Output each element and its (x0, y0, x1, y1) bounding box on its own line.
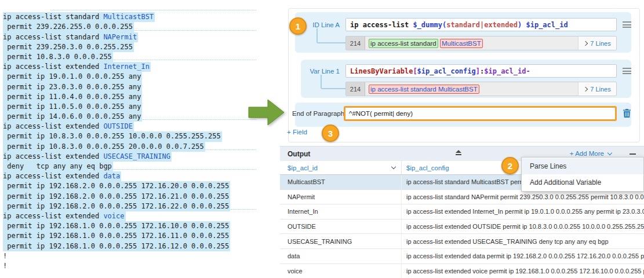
config-line-text: permit ip 14.0.6.0 0.0.0.255 any (3, 112, 142, 122)
config-line-text: permit ip 10.8.3.0 0.0.0.255 20.0.0.0 0.… (3, 142, 205, 152)
config-token: permit ip 192.168.1.0 0.0.0.255 172.16.1… (3, 232, 229, 240)
config-line: permit ip 192.168.1.0 0.0.0.255 172.16.1… (3, 231, 256, 241)
var-line-match-text: ip access-list standard MulticastBST (365, 82, 578, 96)
config-token: permit ip 11.0.4.0 0.0.0.255 any (3, 93, 141, 101)
minimize-icon[interactable] (630, 153, 636, 155)
id-line-expand-lines-link[interactable]: 7 Lines (578, 36, 616, 50)
config-token: deny tcp any any eq bgp (3, 162, 112, 170)
config-line-text: permit 10.8.3.0 0.0.0.255 (3, 52, 113, 62)
id-line-menu-icon[interactable] (623, 21, 631, 28)
chevron-right-icon (583, 86, 588, 91)
column-header-acl-id: $ip_acl_id (288, 164, 318, 171)
config-line-text: permit ip 11.0.5.0 0.0.0.255 any (3, 102, 142, 112)
config-token: ip access-list extended (3, 172, 103, 180)
config-token: permit 239.226.255.0 0.0.0.255 (3, 23, 133, 31)
output-row[interactable]: Internet_Inip access-list extended Inter… (280, 204, 644, 220)
config-token: ip access-list extended (3, 122, 103, 130)
add-more-link[interactable]: + Add More (570, 150, 612, 157)
match-line-number: 214 (346, 82, 365, 96)
config-line-text: permit ip 10.8.3.0 0.0.0.255 10.0.0.0 0.… (3, 131, 222, 141)
config-token: permit ip 192.168.1.0 0.0.0.255 172.16.1… (3, 222, 229, 230)
config-line: permit 239.226.255.0 0.0.0.255 (3, 22, 256, 32)
acl-name: Internet_In (103, 63, 149, 71)
config-token: permit ip 14.0.6.0 0.0.0.255 any (3, 112, 141, 120)
chevron-down-icon (607, 150, 612, 155)
pattern-token (522, 21, 526, 29)
add-field-link[interactable]: + Field (287, 129, 307, 136)
var-line-pattern-input[interactable]: LinesByVariable[$ip_acl_config]:$ip_acl_… (345, 64, 617, 78)
paragraph-separator (114, 52, 256, 60)
output-row[interactable]: OUTSIDEip access-list extended OUTSIDE p… (280, 220, 644, 235)
step-badge-1: 1 (289, 17, 307, 35)
config-line: permit ip 19.0.1.0 0.0.0.255 any (3, 72, 256, 82)
config-line: ip access-list extended data (3, 171, 256, 181)
end-of-paragraph-highlight-box (344, 106, 617, 121)
delete-field-icon[interactable] (623, 109, 631, 118)
acl-name: voice (103, 212, 124, 220)
acl-name: OUTSIDE (103, 122, 133, 130)
config-line-text: ! (3, 261, 8, 271)
pattern-token: : (480, 67, 484, 75)
pattern-token: $_dummy( (413, 21, 446, 29)
add-more-label: + Add More (570, 150, 604, 157)
config-line: permit ip 192.168.1.0 0.0.0.255 172.16.1… (3, 221, 256, 231)
paragraph-separator (143, 112, 256, 120)
column-header-acl-config: $ip_acl_config (406, 164, 449, 171)
config-token: permit ip 10.8.3.0 0.0.0.255 20.0.0.0 0.… (3, 142, 204, 151)
paragraph-separator (134, 22, 256, 30)
config-line-text: permit ip 192.168.1.0 0.0.0.255 172.16.1… (3, 242, 230, 251)
config-line: ! (3, 261, 256, 271)
config-line: permit ip 11.0.5.0 0.0.0.255 any (3, 102, 256, 112)
acl-name: MulticastBST (103, 13, 154, 21)
config-token: permit ip 23.0.3.0 0.0.0.255 any (3, 83, 141, 91)
config-token: permit ip 192.168.2.0 0.0.0.255 172.16.2… (3, 182, 229, 190)
config-line: permit ip 192.168.1.0 0.0.0.255 172.16.1… (3, 242, 256, 251)
menu-item-parse-lines[interactable]: Parse Lines (522, 158, 643, 174)
var-line-menu-icon[interactable] (623, 68, 631, 74)
lines-count-label: 7 Lines (590, 40, 610, 47)
config-line-text: deny tcp any any eq bgp (3, 162, 113, 171)
output-cell-acl-id: USECASE_TRAINING (280, 234, 402, 248)
acl-name: USECASE_TRAINING (103, 152, 170, 160)
menu-item-add-additional-variable[interactable]: Add Additional Variable (522, 174, 643, 191)
pattern-token: LinesByVariable (350, 67, 413, 75)
config-token: permit ip 19.0.1.0 0.0.0.255 any (3, 72, 141, 81)
output-cell-acl-config: ip access-list extended USECASE_TRAINING… (402, 234, 644, 248)
pattern-token: [ (413, 67, 417, 75)
config-token: permit ip 11.0.5.0 0.0.0.255 any (3, 103, 141, 111)
output-row[interactable]: dataip access-list extended data permit … (280, 249, 644, 264)
id-line-pattern-input[interactable]: ip access-list $_dummy(standard|extended… (345, 18, 617, 31)
config-text-panel[interactable]: ip access-list standard MulticastBST per… (3, 2, 256, 271)
config-token: permit ip 10.8.3.0 0.0.0.255 10.0.0.0 0.… (3, 132, 221, 140)
output-cell-acl-id: OUTSIDE (280, 220, 402, 234)
var-line-match-row: 214 ip access-list standard MulticastBST… (345, 82, 617, 96)
var-line-expand-lines-link[interactable]: 7 Lines (578, 82, 616, 96)
config-line: ! (3, 251, 256, 261)
collapse-up-icon[interactable] (455, 150, 462, 155)
match-segment: ip access-list standard (369, 39, 438, 48)
id-line-match-row: 214 ip access-list standard MulticastBST… (345, 36, 617, 50)
config-token: ! (3, 252, 7, 260)
config-token (3, 3, 49, 11)
config-line-text: ip access-list extended OUTSIDE (3, 122, 134, 131)
config-token: permit ip 192.168.2.0 0.0.0.255 172.16.2… (3, 202, 229, 210)
config-token: ip access-list extended (3, 63, 103, 71)
column-dropdown-icon[interactable] (391, 164, 396, 169)
config-line: permit ip 14.0.6.0 0.0.0.255 any (3, 112, 256, 122)
context-menu: Parse LinesAdd Additional Variable (521, 157, 644, 192)
output-row[interactable]: NAPermitip access-list standard NAPermit… (280, 190, 644, 205)
acl-name: data (103, 172, 120, 180)
output-cell-acl-id: MulticastBST (280, 175, 402, 189)
output-row[interactable]: voiceip access-list extended voice permi… (280, 264, 644, 278)
pattern-token: $ip_acl_id- (484, 67, 530, 75)
output-cell-acl-config: ip access-list standard NAPermit permit … (402, 190, 644, 204)
end-of-paragraph-input[interactable] (345, 108, 615, 119)
lines-count-label: 7 Lines (590, 86, 610, 93)
output-cell-acl-config: ip access-list extended data permit ip 1… (402, 249, 644, 264)
output-row[interactable]: USECASE_TRAININGip access-list extended … (280, 234, 644, 249)
match-line-number: 214 (346, 36, 365, 50)
output-title: Output (288, 150, 310, 158)
config-line: ip access-list extended voice (3, 211, 256, 221)
match-segment: MulticastBST (440, 39, 483, 48)
config-token: ip access-list standard (3, 33, 103, 41)
